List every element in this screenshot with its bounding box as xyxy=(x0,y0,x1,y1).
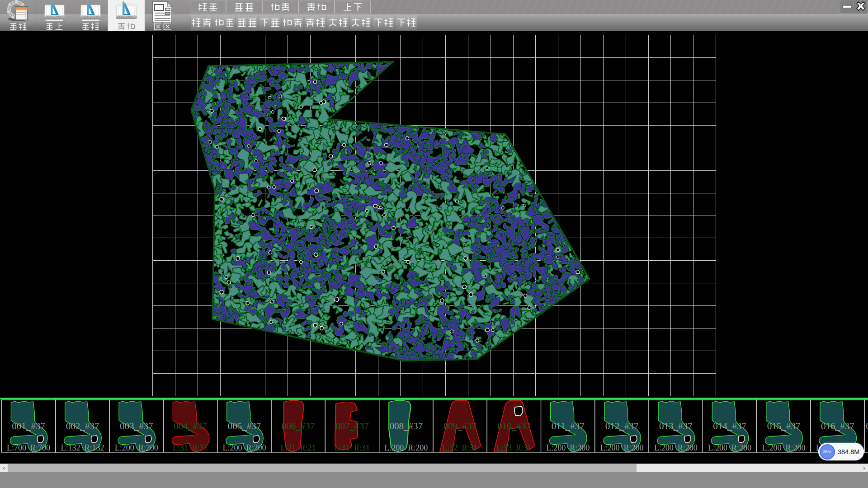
svg-text:L:200 R:200: L:200 R:200 xyxy=(762,443,805,452)
svg-text:003_#37: 003_#37 xyxy=(120,421,153,432)
svg-text:002_#37: 002_#37 xyxy=(66,421,99,432)
svg-text:009_#37: 009_#37 xyxy=(443,421,477,432)
svg-text:012_#37: 012_#37 xyxy=(605,421,639,432)
svg-text:007_#37: 007_#37 xyxy=(335,421,369,432)
svg-text:L:200 R:200: L:200 R:200 xyxy=(222,443,266,452)
svg-text:L:200 R:200: L:200 R:200 xyxy=(654,443,698,452)
svg-text:016_#37: 016_#37 xyxy=(821,421,854,432)
svg-text:010_#37: 010_#37 xyxy=(497,421,531,432)
svg-text:L:31 R:31: L:31 R:31 xyxy=(173,443,208,452)
svg-text:L:33 R:31: L:33 R:31 xyxy=(496,443,532,452)
svg-text:014_#37: 014_#37 xyxy=(713,421,746,432)
svg-text:005_#37: 005_#37 xyxy=(228,421,261,432)
svg-text:L:200 R:200: L:200 R:200 xyxy=(708,443,751,452)
svg-text:001_#37: 001_#37 xyxy=(12,421,45,432)
svg-text:004_#37: 004_#37 xyxy=(174,421,207,432)
svg-text:L:700 R:700: L:700 R:700 xyxy=(7,443,50,452)
svg-text:L:200 R:200: L:200 R:200 xyxy=(384,443,428,452)
svg-text:006_#37: 006_#37 xyxy=(282,421,315,432)
svg-text:L:200 R:200: L:200 R:200 xyxy=(546,443,590,452)
svg-text:013_#37: 013_#37 xyxy=(659,421,693,432)
svg-text:L:132 R:132: L:132 R:132 xyxy=(61,443,104,452)
svg-text:L:200 R:200: L:200 R:200 xyxy=(600,443,643,452)
svg-text:011_#37: 011_#37 xyxy=(552,421,585,432)
svg-text:L:32 R:31: L:32 R:31 xyxy=(442,443,477,452)
svg-text:L:21 R:21: L:21 R:21 xyxy=(281,443,316,452)
svg-text:L:200 R:200: L:200 R:200 xyxy=(115,443,158,452)
svg-text:015_#37: 015_#37 xyxy=(767,421,801,432)
svg-text:0: 0 xyxy=(866,421,868,432)
svg-text:008_#37: 008_#37 xyxy=(389,421,423,432)
svg-text:L:31 R:31: L:31 R:31 xyxy=(335,443,370,452)
